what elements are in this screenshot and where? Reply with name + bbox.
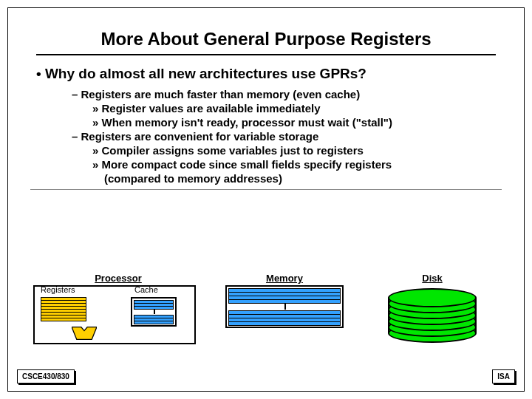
disk-label: Disk (373, 273, 491, 284)
alu-icon (72, 327, 97, 340)
memory-block: Memory (211, 273, 358, 344)
disk-icon (388, 290, 477, 341)
bullet-a1: Registers are much faster than memory (e… (30, 88, 502, 100)
bullet-a2: Registers are convenient for variable st… (30, 130, 502, 143)
footer-course: CSCE430/830 (17, 369, 75, 383)
svg-marker-0 (72, 327, 97, 340)
slide-content: Why do almost all new architectures use … (30, 66, 502, 190)
diagram-row: Processor Registers Cache Memory (8, 273, 524, 344)
memory-icon (225, 285, 344, 328)
bullet-a1b: When memory isn't ready, processor must … (30, 116, 502, 129)
processor-box: Registers Cache (33, 285, 196, 344)
register-file-icon (41, 297, 86, 321)
processor-label: Processor (33, 273, 203, 284)
bullet-a1a: Register values are available immediatel… (30, 102, 502, 115)
slide: More About General Purpose Registers Why… (7, 7, 525, 392)
cache-icon (131, 297, 177, 327)
registers-label: Registers (41, 285, 75, 294)
bullet-a2b: More compact code since small fields spe… (30, 158, 502, 171)
bullet-question: Why do almost all new architectures use … (30, 66, 502, 82)
footer-topic: ISA (492, 369, 515, 383)
slide-title: More About General Purpose Registers (36, 29, 496, 50)
cache-label: Cache (134, 285, 158, 294)
bullet-a2b-cont: (compared to memory addresses) (30, 172, 502, 185)
memory-label: Memory (211, 273, 358, 284)
disk-block: Disk (373, 273, 491, 344)
bullet-a2a: Compiler assigns some variables just to … (30, 144, 502, 157)
title-box: More About General Purpose Registers (36, 29, 496, 55)
processor-block: Processor Registers Cache (33, 273, 203, 344)
